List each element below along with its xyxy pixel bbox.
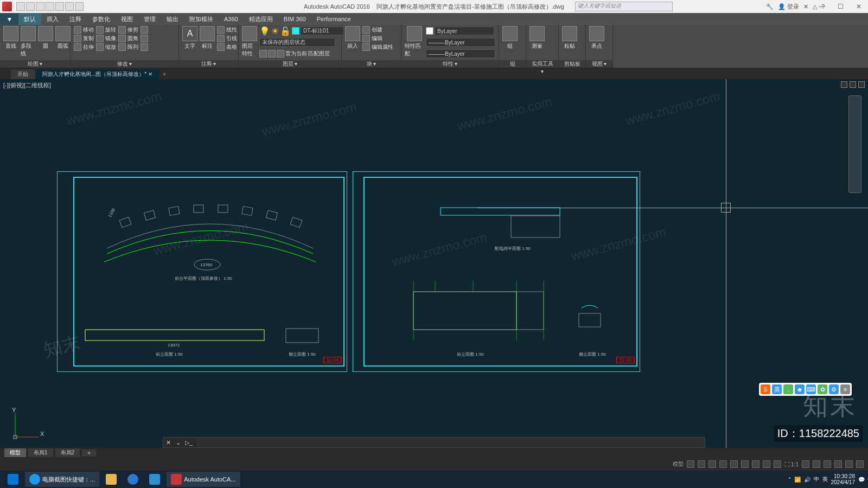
customize-icon[interactable] xyxy=(856,460,864,468)
layer-tool1[interactable] xyxy=(259,50,267,57)
layer-color-swatch[interactable] xyxy=(292,27,299,35)
status-model[interactable]: 模型 xyxy=(673,460,684,468)
tray-lang1[interactable]: 中 xyxy=(814,476,819,483)
minimize-button[interactable]: — xyxy=(813,0,831,13)
modify-extra2[interactable] xyxy=(141,35,148,42)
ime-punct-icon[interactable]: ， xyxy=(783,384,793,394)
ortho-toggle-icon[interactable] xyxy=(709,460,716,468)
cycling-icon[interactable] xyxy=(774,460,781,468)
tab-document[interactable]: 阿旗人才孵化基地闲...图（吊顶标高修改）* ✕ xyxy=(36,69,159,79)
tab-annotate[interactable]: 注释 xyxy=(64,13,87,25)
panel-layer-label[interactable]: 图层 ▾ xyxy=(239,60,341,68)
modify-extra1[interactable] xyxy=(141,26,148,34)
polyline-button[interactable]: 多段线 xyxy=(21,26,36,57)
hardware-accel-icon[interactable] xyxy=(834,460,842,468)
infocenter-icon[interactable]: 🔧 xyxy=(766,3,774,10)
linear-dim-button[interactable]: 线性 xyxy=(217,26,237,34)
ime-skin-icon[interactable]: ✿ xyxy=(818,384,827,394)
table-button[interactable]: 表格 xyxy=(217,43,237,51)
layer-state-combo[interactable]: 未保存的图层状态 xyxy=(259,37,344,47)
leader-button[interactable]: 引线 xyxy=(217,35,237,42)
signin-button[interactable]: 👤 登录 xyxy=(778,3,799,11)
tab-bim360[interactable]: BIM 360 xyxy=(278,13,311,25)
taskbar-folder[interactable] xyxy=(101,472,121,487)
tab-layout2[interactable]: 布局2 xyxy=(55,448,80,457)
snap-toggle-icon[interactable] xyxy=(698,460,705,468)
cmd-close-icon[interactable]: ✕ xyxy=(163,439,173,446)
match-layer-button[interactable]: 匹配图层 xyxy=(308,50,330,57)
tray-notification-icon[interactable]: 💬 xyxy=(858,477,865,483)
ime-logo-icon[interactable]: S xyxy=(761,384,770,394)
modify-extra3[interactable] xyxy=(141,43,148,51)
text-button[interactable]: A文字 xyxy=(182,26,197,50)
viewport-label[interactable]: [-][俯视][二维线框] xyxy=(3,81,51,89)
panel-block-label[interactable]: 块 ▾ xyxy=(342,60,401,68)
taskbar-app-q[interactable] xyxy=(123,472,143,487)
tray-lang2[interactable]: 英 xyxy=(822,476,828,483)
command-line[interactable]: ✕ ⌄ ▷_ xyxy=(163,437,705,448)
ime-toolbar[interactable]: S 英 ， ☻ ⌨ ✿ ⚙ ≡ xyxy=(759,383,852,396)
color-combo[interactable]: ByLayer xyxy=(426,26,495,36)
otrack-toggle-icon[interactable] xyxy=(741,460,749,468)
grid-toggle-icon[interactable] xyxy=(687,460,694,468)
tab-performance[interactable]: Performance xyxy=(311,13,356,25)
taskbar-autocad[interactable]: Autodesk AutoCA... xyxy=(167,472,240,487)
qat-plot-icon[interactable] xyxy=(55,2,64,11)
panel-props-label[interactable]: 特性 ▾ xyxy=(401,60,499,68)
app-icon[interactable] xyxy=(2,2,12,11)
insert-block-button[interactable]: 插入 xyxy=(345,26,360,50)
panel-view-label[interactable]: 视图 ▾ xyxy=(586,60,612,68)
edit-attr-button[interactable]: 编辑属性 xyxy=(362,43,393,51)
panel-anno-label[interactable]: 注释 ▾ xyxy=(179,60,238,68)
edit-block-button[interactable]: 编辑 xyxy=(362,35,393,42)
tray-network-icon[interactable]: 📶 xyxy=(794,477,801,483)
paste-button[interactable]: 粘贴 xyxy=(562,26,577,50)
tab-start[interactable]: 开始 xyxy=(11,69,35,79)
tab-a360[interactable]: A360 xyxy=(219,13,244,25)
create-block-button[interactable]: 创建 xyxy=(362,26,393,34)
clean-screen-icon[interactable] xyxy=(845,460,853,468)
panel-util-label[interactable]: 实用工具 ▾ xyxy=(526,60,558,68)
anno-scale[interactable]: ⛶ 1:1 xyxy=(784,461,799,467)
tab-default[interactable]: 默认 xyxy=(18,13,41,25)
workspace-icon[interactable] xyxy=(802,460,809,468)
qat-saveas-icon[interactable] xyxy=(46,2,54,11)
arc-button[interactable]: 圆弧 xyxy=(55,26,71,50)
help-search-input[interactable]: 键入关键字或短语 xyxy=(575,2,673,11)
layer-tool3[interactable] xyxy=(277,50,284,57)
linetype-combo[interactable]: ——— ByLayer xyxy=(426,49,495,59)
match-props-button[interactable]: 特性匹配 xyxy=(405,26,424,57)
measure-button[interactable]: 测量 xyxy=(529,26,545,50)
add-layout-button[interactable]: + xyxy=(82,450,96,457)
stretch-button[interactable]: 拉伸 xyxy=(74,43,94,51)
dim-button[interactable]: 标注 xyxy=(200,26,215,50)
anno-monitor-icon[interactable] xyxy=(813,460,820,468)
lineweight-combo[interactable]: ——— ByLayer xyxy=(426,37,495,47)
ime-tool-icon[interactable]: ⚙ xyxy=(829,384,839,394)
move-button[interactable]: 移动 xyxy=(74,26,94,34)
qat-undo-icon[interactable] xyxy=(65,2,74,11)
set-current-button[interactable]: 置为当前 xyxy=(285,50,307,57)
tab-output[interactable]: 输出 xyxy=(161,13,184,25)
tray-clock[interactable]: 10:30:282024/4/17 xyxy=(831,473,856,485)
ime-emoji-icon[interactable]: ☻ xyxy=(795,384,805,394)
maximize-button[interactable]: ☐ xyxy=(831,0,850,13)
app-menu-button[interactable]: ▾ xyxy=(0,13,18,25)
scale-button[interactable]: 缩放 xyxy=(96,43,116,51)
basepoint-button[interactable]: 基点 xyxy=(589,26,604,50)
close-button[interactable]: ✕ xyxy=(850,0,868,13)
tab-layout1[interactable]: 布局1 xyxy=(28,448,53,457)
vp-max-icon[interactable] xyxy=(850,81,856,88)
circle-button[interactable]: 圆 xyxy=(38,26,53,50)
copy-button[interactable]: 复制 xyxy=(74,35,94,42)
polar-toggle-icon[interactable] xyxy=(719,460,727,468)
qat-save-icon[interactable] xyxy=(36,2,44,11)
tab-insert[interactable]: 插入 xyxy=(41,13,64,25)
osnap-toggle-icon[interactable] xyxy=(730,460,738,468)
drawing-canvas[interactable]: [-][俯视][二维线框] xyxy=(0,79,868,448)
layer-combo[interactable]: DT-标注01 xyxy=(301,27,344,35)
ime-lang-icon[interactable]: 英 xyxy=(772,384,782,394)
vp-close-icon[interactable] xyxy=(858,81,865,88)
line-button[interactable]: 直线 xyxy=(3,26,18,50)
group-button[interactable]: 组 xyxy=(502,26,518,50)
